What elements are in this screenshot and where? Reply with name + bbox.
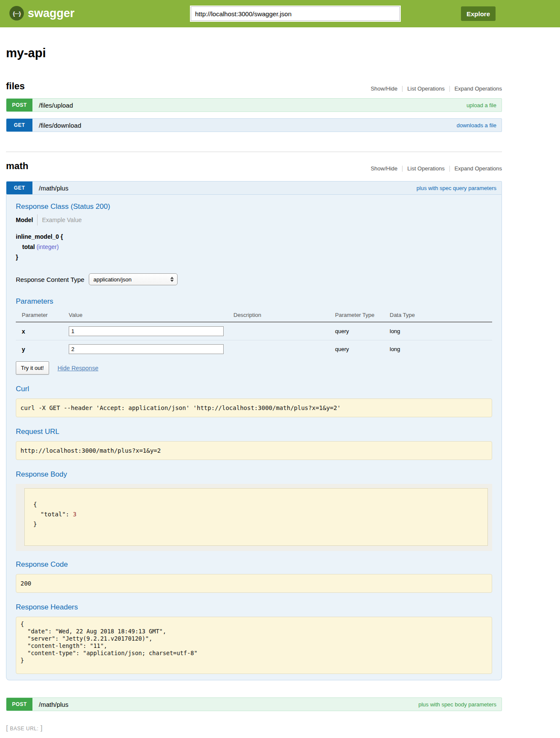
select-arrows-icon <box>170 277 174 282</box>
param-row-y: y query long <box>16 340 492 358</box>
show-hide-link[interactable]: Show/Hide <box>370 85 397 92</box>
param-type: query <box>335 322 390 340</box>
response-content-type-select[interactable]: application/json <box>89 273 178 285</box>
param-name: y <box>16 340 69 358</box>
response-headers-heading: Response Headers <box>16 603 492 612</box>
endpoint-row-math-plus-post[interactable]: POST /math/plus plus with spec body para… <box>6 697 502 711</box>
header-bar: {···} swagger Explore <box>0 0 560 27</box>
response-body-heading: Response Body <box>16 470 492 479</box>
response-body-block: { "total": 3 } <box>24 488 488 546</box>
try-it-out-button[interactable]: Try it out! <box>16 361 49 375</box>
divider <box>402 86 402 92</box>
explore-button[interactable]: Explore <box>461 6 496 21</box>
endpoint-summary: plus with spec query parameters <box>417 185 496 191</box>
show-hide-link[interactable]: Show/Hide <box>370 165 397 172</box>
expand-operations-link[interactable]: Expand Operations <box>455 85 502 92</box>
param-name: x <box>16 322 69 340</box>
tab-example-value[interactable]: Example Value <box>42 217 82 223</box>
method-badge-post: POST <box>6 698 32 711</box>
param-type: query <box>335 340 390 358</box>
method-badge-get: GET <box>6 119 32 132</box>
hide-response-link[interactable]: Hide Response <box>58 365 99 372</box>
model-signature: inline_model_0 { total (integer) } <box>16 231 492 262</box>
curl-command-block: curl -X GET --header 'Accept: applicatio… <box>16 398 492 417</box>
response-code-block: 200 <box>16 574 492 593</box>
divider <box>449 86 450 92</box>
model-prop-name: total <box>22 243 35 250</box>
divider <box>449 166 450 172</box>
response-content-type-row: Response Content Type application/json <box>16 273 492 285</box>
param-data-type: long <box>390 322 492 340</box>
parameters-table: Parameter Value Description Parameter Ty… <box>16 310 492 358</box>
col-header-data-type: Data Type <box>390 310 492 322</box>
col-header-value: Value <box>69 310 233 322</box>
list-operations-link[interactable]: List Operations <box>407 165 444 172</box>
math-section: math Show/Hide List Operations Expand Op… <box>6 161 502 711</box>
resource-divider <box>6 152 502 152</box>
endpoint-summary: plus with spec body parameters <box>418 701 496 708</box>
selected-option: application/json <box>93 276 132 283</box>
endpoint-row-files-upload[interactable]: POST /files/upload upload a file <box>6 98 502 112</box>
endpoint-path[interactable]: /files/upload <box>39 102 73 109</box>
response-class-heading: Response Class (Status 200) <box>16 202 492 211</box>
list-operations-link[interactable]: List Operations <box>407 85 444 92</box>
endpoint-path[interactable]: /files/download <box>39 122 81 129</box>
curl-heading: Curl <box>16 385 492 393</box>
endpoint-row-math-plus-get[interactable]: GET /math/plus plus with spec query para… <box>6 181 502 195</box>
endpoint-path[interactable]: /math/plus <box>39 701 68 708</box>
operation-get-math-plus: GET /math/plus plus with spec query para… <box>6 181 502 680</box>
model-close-brace: } <box>16 252 492 262</box>
divider <box>402 166 402 172</box>
response-headers-block: { "date": "Wed, 22 Aug 2018 18:49:13 GMT… <box>16 617 492 674</box>
endpoint-path[interactable]: /math/plus <box>39 184 68 192</box>
math-section-controls: Show/Hide List Operations Expand Operati… <box>370 165 502 172</box>
param-y-input[interactable] <box>69 344 224 354</box>
model-prop-type: (integer) <box>36 243 58 250</box>
method-badge-get: GET <box>6 182 32 194</box>
main-content: my-api files Show/Hide List Operations E… <box>6 46 502 711</box>
param-description <box>233 322 335 340</box>
endpoint-summary: downloads a file <box>457 122 496 129</box>
response-code-heading: Response Code <box>16 560 492 569</box>
endpoint-row-files-download[interactable]: GET /files/download downloads a file <box>6 118 502 132</box>
json-text: { "total": <box>33 501 73 518</box>
page-title: my-api <box>6 46 502 60</box>
brand-name: swagger <box>28 7 75 20</box>
swagger-logo-icon: {···} <box>9 6 24 20</box>
col-header-parameter-type: Parameter Type <box>335 310 390 322</box>
method-badge-post: POST <box>6 99 32 111</box>
request-url-block: http://localhost:3000/math/plus?x=1&y=2 <box>16 441 492 460</box>
col-header-description: Description <box>233 310 335 322</box>
response-body-wrapper: { "total": 3 } <box>16 484 492 551</box>
divider <box>37 214 38 226</box>
bracket: [ <box>6 724 8 732</box>
tab-model[interactable]: Model <box>16 217 33 223</box>
operation-content: Response Class (Status 200) Model Exampl… <box>6 195 502 680</box>
model-tabs: Model Example Value <box>16 214 492 226</box>
bracket: ] <box>41 724 43 732</box>
base-url-footer: [ BASE URL: ] <box>6 724 560 732</box>
section-title-files[interactable]: files <box>6 81 25 92</box>
model-name: inline_model_0 { <box>16 231 492 242</box>
endpoint-summary: upload a file <box>467 102 496 108</box>
json-text: } <box>33 521 37 527</box>
param-data-type: long <box>390 340 492 358</box>
expand-operations-link[interactable]: Expand Operations <box>455 165 502 172</box>
spec-url-input[interactable] <box>191 6 400 21</box>
files-section-controls: Show/Hide List Operations Expand Operati… <box>370 85 502 92</box>
param-row-x: x query long <box>16 322 492 340</box>
base-url-label: BASE URL: <box>10 726 38 732</box>
parameters-heading: Parameters <box>16 297 492 306</box>
swagger-brand[interactable]: {···} swagger <box>9 6 75 20</box>
files-section: files Show/Hide List Operations Expand O… <box>6 81 502 132</box>
section-title-math[interactable]: math <box>6 161 29 172</box>
response-content-type-label: Response Content Type <box>16 276 85 283</box>
param-description <box>233 340 335 358</box>
col-header-parameter: Parameter <box>16 310 69 322</box>
json-number: 3 <box>73 511 76 518</box>
param-x-input[interactable] <box>69 326 224 336</box>
request-url-heading: Request URL <box>16 428 492 436</box>
